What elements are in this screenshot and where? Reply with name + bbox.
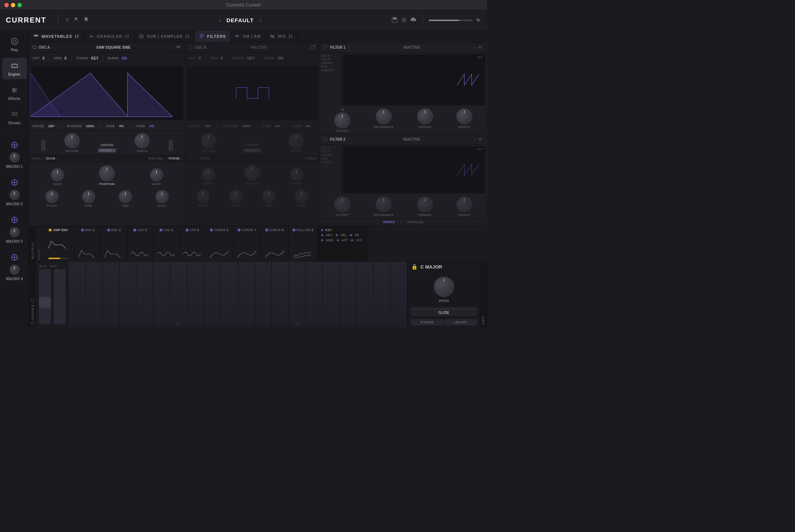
piano-key-c4[interactable]: C4 — [289, 262, 306, 327]
osc-b-next[interactable]: › — [308, 45, 309, 49]
osc-b-detune-knob[interactable] — [201, 133, 216, 148]
sidebar-item-play[interactable]: Play — [2, 33, 27, 55]
filter1-next[interactable]: › — [474, 45, 475, 49]
piano-key-5[interactable] — [136, 262, 153, 327]
preset-next-button[interactable]: › — [259, 17, 261, 24]
minimize-button[interactable] — [11, 3, 15, 7]
piano-key-c3[interactable]: C3 — [170, 262, 187, 327]
osc-a-width-knob[interactable] — [134, 133, 150, 148]
filter2-cutoff-knob[interactable] — [334, 196, 350, 212]
filter-parallel-btn[interactable]: PARALLEL — [408, 220, 424, 224]
osc-a-warp-knob[interactable] — [150, 168, 163, 181]
macro4-knob[interactable] — [9, 265, 20, 275]
voice-8-btn[interactable]: 8 VOICE — [411, 319, 444, 326]
mod-item-env2[interactable]: ENV 2 — [101, 226, 127, 261]
mod-item-curve8[interactable]: CURVE 8 — [261, 226, 288, 261]
piano-key-12[interactable] — [255, 262, 272, 327]
filter2-spread-knob[interactable] — [417, 196, 433, 212]
filter2-morph-knob[interactable] — [456, 196, 472, 212]
maximize-button[interactable] — [17, 3, 22, 7]
piano-key-15[interactable] — [306, 262, 323, 327]
osc-b-level-knob[interactable] — [295, 190, 308, 203]
filter1-prev[interactable]: ‹ — [348, 45, 350, 49]
pitch-knob[interactable] — [434, 277, 454, 297]
osc-a-next[interactable]: › — [173, 45, 175, 49]
filter-series-btn[interactable]: SERIES — [383, 220, 395, 224]
piano-key-18[interactable] — [356, 262, 374, 327]
sidebar-item-stream[interactable]: Stream — [2, 106, 27, 128]
osc-b-wave-knob[interactable] — [202, 168, 215, 181]
osc-b-pitch-knob[interactable] — [197, 190, 210, 203]
bell-icon[interactable] — [83, 17, 89, 24]
filter1-cutoff-knob[interactable] — [334, 112, 350, 128]
mod-item-curve6[interactable]: CURVE 6 — [206, 226, 233, 261]
user-icon[interactable] — [73, 17, 79, 24]
settings-icon[interactable] — [401, 17, 407, 24]
osc-a-prev[interactable]: ‹ — [52, 45, 53, 49]
mod-item-amp-env[interactable]: AMP ENV — [42, 226, 75, 261]
piano-key-9[interactable] — [204, 262, 221, 327]
osc-b-pan-knob[interactable] — [262, 190, 275, 203]
osc-a-fine-knob[interactable] — [82, 190, 95, 203]
sidebar-item-effects[interactable]: Effects — [2, 82, 27, 104]
filter2-next[interactable]: › — [474, 137, 475, 141]
tab-granular[interactable]: GRANULAR — [84, 31, 134, 42]
piano-key-6[interactable] — [153, 262, 170, 327]
help-icon[interactable]: ? — [66, 17, 69, 23]
osc-b-prev[interactable]: ‹ — [209, 45, 210, 49]
sidebar-item-macro1[interactable]: MACRO 1 — [2, 137, 27, 172]
save-icon[interactable] — [391, 17, 398, 24]
piano-key-3[interactable] — [102, 262, 120, 327]
piano-key-13[interactable] — [272, 262, 289, 327]
osc-a-pitch-knob[interactable] — [45, 190, 58, 203]
piano-key-10[interactable] — [221, 262, 238, 327]
mod-item-lfo4[interactable]: LFO 4 — [153, 226, 179, 261]
filter2-resonance-knob[interactable] — [376, 196, 392, 212]
mod-item-env1[interactable]: ENV 1 — [75, 226, 101, 261]
mod-slider[interactable] — [54, 269, 66, 324]
osc-a-voices[interactable]: VOICES 1 — [98, 148, 117, 153]
glide-bar[interactable] — [413, 309, 474, 310]
piano-key-20[interactable] — [390, 262, 407, 327]
sidebar-item-macro2[interactable]: MACRO 2 — [2, 174, 27, 209]
osc-a-detune-knob[interactable] — [64, 133, 80, 148]
sidebar-item-macro3[interactable]: MACRO 3 — [2, 212, 27, 246]
osc-b-width-knob[interactable] — [288, 133, 304, 148]
osc-a-pan-knob[interactable] — [119, 190, 132, 203]
sidebar-item-engine[interactable]: Engine — [2, 58, 27, 79]
osc-a-position-knob[interactable] — [99, 165, 115, 181]
chord-toggle-plus[interactable] — [31, 299, 35, 303]
mod-item-curve7[interactable]: CURVE 7 — [233, 226, 261, 261]
mod-item-follow9[interactable]: FOLLOW 9 — [288, 226, 318, 261]
piano-key-17[interactable] — [340, 262, 357, 327]
mod-item-lfo5[interactable]: LFO 5 — [179, 226, 206, 261]
sidebar-item-macro4[interactable]: MACRO 4 — [2, 249, 27, 284]
osc-a-level-knob[interactable] — [156, 190, 169, 203]
filter2-prev[interactable]: ‹ — [348, 137, 350, 141]
cloud-icon[interactable] — [410, 17, 417, 24]
macro3-knob[interactable] — [9, 227, 20, 237]
osc-b-fine-knob[interactable] — [229, 190, 242, 203]
parse-next-a[interactable]: › — [181, 157, 182, 161]
piano-key-8[interactable] — [187, 262, 204, 327]
tab-wavetables[interactable]: WAVETABLES — [29, 31, 84, 42]
parse-prev-a[interactable]: ‹ — [166, 157, 168, 161]
osc-b-warp-knob[interactable] — [290, 168, 303, 181]
filter1-morph-knob[interactable] — [456, 108, 472, 124]
chord-toggle-minus[interactable] — [31, 321, 35, 325]
piano-key-2[interactable] — [86, 262, 103, 327]
osc-b-voices[interactable]: VOICES 1 — [243, 148, 262, 153]
tab-filters[interactable]: FILTERS — [195, 31, 231, 42]
osc-b-position-knob[interactable] — [244, 165, 260, 181]
legato-btn[interactable]: LEGATO — [444, 319, 477, 326]
filter1-resonance-knob[interactable] — [376, 108, 392, 124]
scan-prev-a[interactable]: ‹ — [44, 157, 45, 161]
tab-mix[interactable]: MIX — [266, 31, 298, 42]
piano-key-19[interactable] — [374, 262, 391, 327]
lock-icon[interactable]: 🔒 — [411, 264, 417, 270]
osc-a-wave-knob[interactable] — [51, 168, 64, 181]
piano-key-16[interactable] — [323, 262, 340, 327]
piano-key-11[interactable] — [238, 262, 255, 327]
tab-sub-sampler[interactable]: SUB | SAMPLER — [134, 31, 195, 42]
preset-prev-button[interactable]: ‹ — [219, 17, 221, 24]
